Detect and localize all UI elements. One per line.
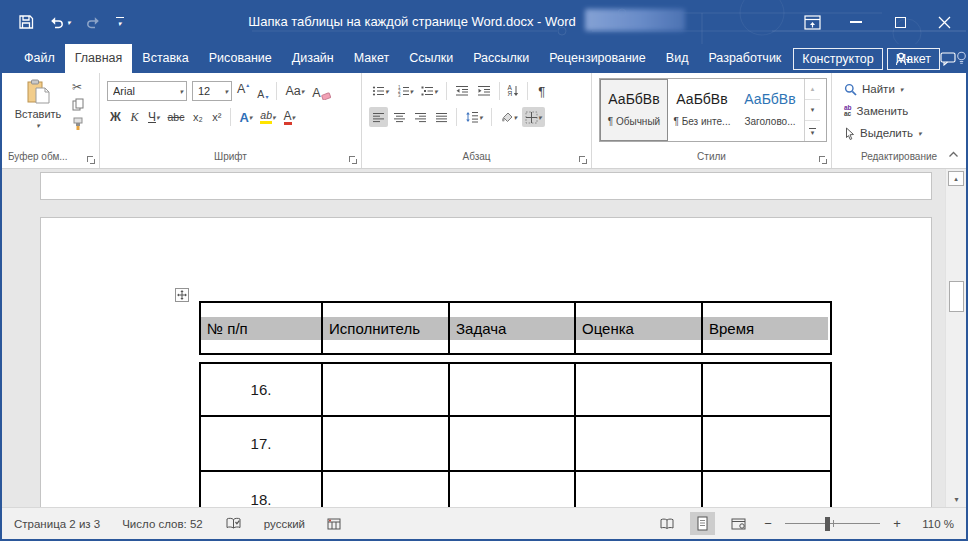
table-header-cell[interactable]: № п/п xyxy=(201,303,323,353)
align-center-button[interactable] xyxy=(390,107,409,127)
ribbon-display-options-button[interactable] xyxy=(790,0,834,44)
shrink-font-button[interactable]: А ▾ xyxy=(254,81,271,101)
replace-button[interactable]: ab ac Заменить xyxy=(844,101,966,121)
scroll-up-button[interactable]: ▴ xyxy=(948,171,964,186)
table-cell[interactable] xyxy=(576,472,703,507)
paragraph-dialog-launcher[interactable] xyxy=(579,156,587,164)
font-size-combo[interactable]: 12 ▾ xyxy=(192,81,232,101)
language-indicator[interactable]: русский xyxy=(264,518,305,530)
styles-scroll-down-button[interactable]: ▾ xyxy=(805,100,820,121)
tab-file[interactable]: Файл xyxy=(14,44,65,73)
table-cell[interactable] xyxy=(576,417,703,470)
zoom-slider[interactable] xyxy=(785,517,880,531)
table-cell[interactable] xyxy=(703,417,828,470)
select-button[interactable]: Выделить ▾ xyxy=(844,123,966,143)
bullets-button[interactable]: ▾ xyxy=(369,81,392,101)
tab-review[interactable]: Рецензирование xyxy=(539,44,656,73)
styles-scroll-up-button[interactable]: ▴ xyxy=(805,79,820,100)
italic-button[interactable]: К xyxy=(126,107,143,127)
table-cell-number[interactable]: 17. xyxy=(201,417,323,470)
text-effects-button[interactable]: А ▾ xyxy=(236,107,255,127)
table-cell[interactable] xyxy=(323,417,450,470)
font-dialog-launcher[interactable] xyxy=(349,156,357,164)
tab-home[interactable]: Главная xyxy=(65,44,133,73)
styles-more-button[interactable]: ▾ xyxy=(805,121,820,141)
font-name-combo[interactable]: Arial ▾ xyxy=(107,81,187,101)
style-card-no-spacing[interactable]: АаБбВв ¶ Без инте... xyxy=(668,79,736,141)
paste-button[interactable]: Вставить ▾ xyxy=(12,79,64,131)
chevron-down-icon[interactable]: ▾ xyxy=(67,19,71,26)
tab-design[interactable]: Дизайн xyxy=(282,44,344,73)
table-cell[interactable] xyxy=(323,364,450,415)
zoom-out-button[interactable]: − xyxy=(762,516,774,531)
increase-indent-button[interactable] xyxy=(474,81,494,101)
tab-insert[interactable]: Вставка xyxy=(132,44,198,73)
table-header-cell[interactable]: Время xyxy=(703,303,828,353)
zoom-in-button[interactable]: + xyxy=(891,516,903,531)
table-header-cell[interactable]: Оценка xyxy=(576,303,703,353)
table-cell[interactable] xyxy=(450,364,576,415)
zoom-level[interactable]: 110 % xyxy=(914,518,954,530)
bold-button[interactable]: Ж xyxy=(107,107,124,127)
find-button[interactable]: Найти ▾ xyxy=(844,79,966,99)
table-header-cell[interactable]: Задача xyxy=(450,303,576,353)
line-spacing-button[interactable]: ▾ xyxy=(462,107,486,127)
proofing-book-icon[interactable] xyxy=(225,517,242,530)
borders-button[interactable]: ▾ xyxy=(522,107,545,127)
undo-button[interactable]: ▾ xyxy=(49,15,71,29)
read-mode-button[interactable] xyxy=(654,512,679,535)
subscript-button[interactable]: x₂ xyxy=(189,107,206,127)
table-cell[interactable] xyxy=(703,472,828,507)
table-header-cell[interactable]: Исполнитель xyxy=(323,303,450,353)
scroll-down-button[interactable]: ▾ xyxy=(946,495,966,504)
justify-button[interactable] xyxy=(432,107,451,127)
tab-table-design[interactable]: Конструктор xyxy=(793,48,882,70)
superscript-button[interactable]: x² xyxy=(208,107,225,127)
style-card-heading1[interactable]: АаБбВв Заголово... xyxy=(736,79,804,141)
close-button[interactable] xyxy=(922,0,966,44)
page-1-bottom-edge[interactable] xyxy=(40,172,932,200)
table-cell[interactable] xyxy=(450,417,576,470)
tab-draw[interactable]: Рисование xyxy=(199,44,282,73)
shading-button[interactable]: ▾ xyxy=(497,107,521,127)
table-move-handle[interactable] xyxy=(175,288,189,302)
tab-references[interactable]: Ссылки xyxy=(399,44,463,73)
format-painter-icon[interactable] xyxy=(72,117,84,131)
numbering-button[interactable]: 123 ▾ xyxy=(394,81,417,101)
styles-dialog-launcher[interactable] xyxy=(819,156,827,164)
align-left-button[interactable] xyxy=(369,107,388,127)
table-cell-number[interactable]: 18. xyxy=(201,472,323,507)
minimize-button[interactable] xyxy=(834,0,878,44)
save-button[interactable] xyxy=(18,14,34,30)
decrease-indent-button[interactable] xyxy=(452,81,472,101)
maximize-button[interactable] xyxy=(878,0,922,44)
table-cell[interactable] xyxy=(576,364,703,415)
multilevel-list-button[interactable]: ▾ xyxy=(418,81,441,101)
align-right-button[interactable] xyxy=(411,107,430,127)
table-cell-number[interactable]: 16. xyxy=(201,364,323,415)
sort-button[interactable]: А Я xyxy=(505,81,523,101)
vertical-scrollbar[interactable]: ▴ ▾ xyxy=(945,169,966,507)
word-count[interactable]: Число слов: 52 xyxy=(122,518,203,530)
show-marks-button[interactable]: ¶ xyxy=(533,81,550,101)
web-layout-button[interactable] xyxy=(726,512,751,535)
clear-formatting-button[interactable]: А xyxy=(309,81,333,101)
share-person-icon[interactable] xyxy=(895,52,912,66)
tab-mailings[interactable]: Рассылки xyxy=(463,44,539,73)
underline-button[interactable]: Ч ▾ xyxy=(145,107,163,127)
clipboard-dialog-launcher[interactable] xyxy=(87,156,95,164)
change-case-button[interactable]: Аа ▾ xyxy=(282,81,307,101)
style-card-normal[interactable]: АаБбВв ¶ Обычный xyxy=(600,79,668,141)
collapse-ribbon-button[interactable] xyxy=(948,144,959,162)
copy-icon[interactable] xyxy=(72,98,84,111)
highlight-color-button[interactable]: ab ▾ xyxy=(257,107,278,127)
table-cell[interactable] xyxy=(450,472,576,507)
comment-icon[interactable] xyxy=(940,52,956,66)
scrollbar-thumb[interactable] xyxy=(949,281,964,312)
tab-developer[interactable]: Разработчик xyxy=(698,44,791,73)
grow-font-button[interactable]: А ▴ xyxy=(234,81,252,101)
table-cell[interactable] xyxy=(323,472,450,507)
font-color-button[interactable]: А ▾ xyxy=(281,107,299,127)
page-indicator[interactable]: Страница 2 из 3 xyxy=(14,518,100,530)
table-cell[interactable] xyxy=(703,364,828,415)
